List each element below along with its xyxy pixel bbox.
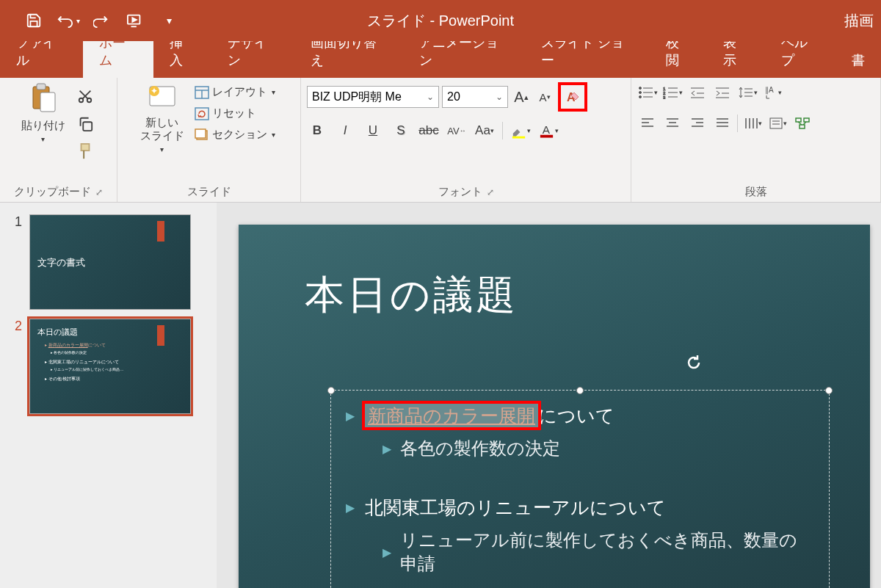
highlight-color-button[interactable]: ▾ [510,120,531,141]
strikethrough-button[interactable]: abc [418,120,439,141]
thumb-item-1[interactable]: 1 文字の書式 [0,210,217,314]
decrease-indent-button[interactable] [687,82,708,103]
align-center-button[interactable] [662,113,683,134]
group-clipboard: 貼り付け ▾ クリップボード ⤢ [0,78,117,202]
svg-rect-65 [796,118,801,122]
group-font: BIZ UDP明朝 Me⌄ 20⌄ A▴ A▾ A B I U S abc [301,78,631,202]
shadow-button[interactable]: S [391,120,411,141]
group-clipboard-label: クリップボード ⤢ [14,185,103,199]
align-text-button[interactable]: ▾ [767,113,788,134]
bold-button[interactable]: B [307,120,327,141]
bullet-icon: ▶ [383,545,391,559]
slide-title[interactable]: 本日の議題 [305,269,518,322]
qat-customize[interactable]: ▾ [156,7,182,34]
workspace: 1 文字の書式 2 本日の議題 ▸ 新商品のカラー展開について ▸ 各色の製作数… [0,203,881,588]
format-painter-button[interactable] [74,141,96,163]
bullet-icon: ▶ [346,501,355,515]
justify-button[interactable] [712,113,733,134]
selected-text[interactable]: 新商品のカラー展開 [365,404,538,427]
svg-rect-62 [770,118,782,128]
font-dialog-launcher[interactable]: ⤢ [487,187,494,197]
italic-button[interactable]: I [335,120,355,141]
group-paragraph-label: 段落 [745,185,767,199]
section-button[interactable]: セクション▾ [192,126,278,143]
svg-rect-4 [40,92,55,112]
undo-button[interactable]: ▾ [54,7,81,34]
new-slide-label: 新しい スライド [140,116,184,142]
ribbon: 貼り付け ▾ クリップボード ⤢ ✦ [0,78,881,203]
bullet-1a[interactable]: ▶ 各色の製作数の決定 [383,437,814,460]
format-label-cut: 描画 [844,11,874,31]
smartart-button[interactable] [792,113,813,134]
svg-text:✦: ✦ [151,86,158,96]
increase-indent-button[interactable] [712,82,733,103]
clipboard-dialog-launcher[interactable]: ⤢ [95,187,103,197]
svg-rect-23 [540,135,553,138]
svg-rect-21 [512,137,525,139]
new-slide-button[interactable]: ✦ 新しい スライド ▾ [140,82,184,154]
start-from-beginning-button[interactable] [122,7,148,34]
underline-button[interactable]: U [363,120,383,141]
clear-formatting-highlight: A [558,82,587,112]
align-right-button[interactable] [687,113,708,134]
title-bar: ▾ ▾ スライド - PowerPoint 描画 [0,0,881,41]
handle-tr[interactable] [825,387,833,394]
svg-rect-9 [83,122,92,131]
svg-text:∥A: ∥A [765,86,774,95]
font-color-button[interactable]: A▾ [538,120,559,141]
svg-rect-67 [800,125,805,128]
handle-t[interactable] [576,387,584,394]
group-slides-label: スライド [187,185,231,199]
reset-button[interactable]: リセット [192,105,278,122]
decrease-font-button[interactable]: A▾ [534,87,555,107]
svg-text:3: 3 [663,95,666,99]
bullet-1[interactable]: ▶ 新商品のカラー展開について [346,404,814,428]
align-left-button[interactable] [637,113,658,134]
numbering-button[interactable]: 123▾ [662,82,683,103]
clear-formatting-button[interactable]: A [562,87,583,107]
paste-button[interactable]: 貼り付け ▾ [21,82,65,144]
svg-point-26 [639,92,641,94]
font-name-select[interactable]: BIZ UDP明朝 Me⌄ [307,86,439,108]
text-direction-button[interactable]: ∥A▾ [762,82,783,103]
svg-rect-19 [195,129,206,138]
line-spacing-button[interactable]: ▾ [737,82,758,103]
svg-point-24 [639,87,641,90]
font-size-select[interactable]: 20⌄ [442,86,508,108]
slide-thumbnails-pane: 1 文字の書式 2 本日の議題 ▸ 新商品のカラー展開について ▸ 各色の製作数… [0,203,217,588]
svg-text:A: A [543,123,551,136]
group-font-label: フォント ⤢ [438,185,494,199]
content-textbox[interactable]: ▶ 新商品のカラー展開について ▶ 各色の製作数の決定 ▶ 北関東工場のリニュー… [330,390,830,588]
bullets-button[interactable]: ▾ [637,82,658,103]
char-spacing-button[interactable]: AV↔ [446,120,467,141]
group-slides: ✦ 新しい スライド ▾ レイアウト▾ リセット セクション▾ スライド [117,78,301,202]
slide-canvas[interactable]: 本日の議題 ▶ 新商品のカラー展開について ▶ 各色の製作数の決定 [239,225,870,588]
thumb-2[interactable]: 本日の議題 ▸ 新商品のカラー展開について ▸ 各色の製作数の決定 ▸ 北関東工… [29,319,191,414]
thumb-1[interactable]: 文字の書式 [29,214,191,310]
change-case-button[interactable]: Aa▾ [474,120,495,141]
window-title: スライド - PowerPoint [367,11,514,31]
svg-rect-3 [37,84,46,90]
thumb-item-2[interactable]: 2 本日の議題 ▸ 新商品のカラー展開について ▸ 各色の製作数の決定 ▸ 北関… [0,314,217,418]
svg-rect-17 [195,108,209,120]
quick-access-toolbar: ▾ ▾ [0,7,182,34]
bullet-2[interactable]: ▶ 北関東工場のリニューアルについて [346,496,814,520]
bullet-icon: ▶ [383,442,391,456]
ribbon-tabs: ファイル ホーム 挿入 デザイン 画面切り替え アニメーション スライド ショー… [0,41,881,78]
increase-font-button[interactable]: A▴ [511,87,532,107]
copy-button[interactable] [74,113,96,135]
save-button[interactable] [21,7,47,34]
paste-label: 貼り付け [21,119,65,132]
cut-button[interactable] [74,85,96,107]
columns-button[interactable]: ▾ [742,113,763,134]
bullet-2a[interactable]: ▶ リニューアル前に製作しておくべき商品、数量の申請 [383,529,814,576]
handle-tl[interactable] [327,387,335,394]
redo-button[interactable] [88,7,115,34]
svg-rect-10 [81,144,89,150]
layout-button[interactable]: レイアウト▾ [192,84,278,101]
svg-point-28 [639,96,641,98]
rotate-handle[interactable] [684,353,703,372]
tab-format[interactable]: 書 [835,43,881,78]
group-paragraph: ▾ 123▾ ▾ ∥A▾ ▾ ▾ 段落 [631,78,881,202]
slide-editor[interactable]: 本日の議題 ▶ 新商品のカラー展開について ▶ 各色の製作数の決定 [217,203,881,588]
